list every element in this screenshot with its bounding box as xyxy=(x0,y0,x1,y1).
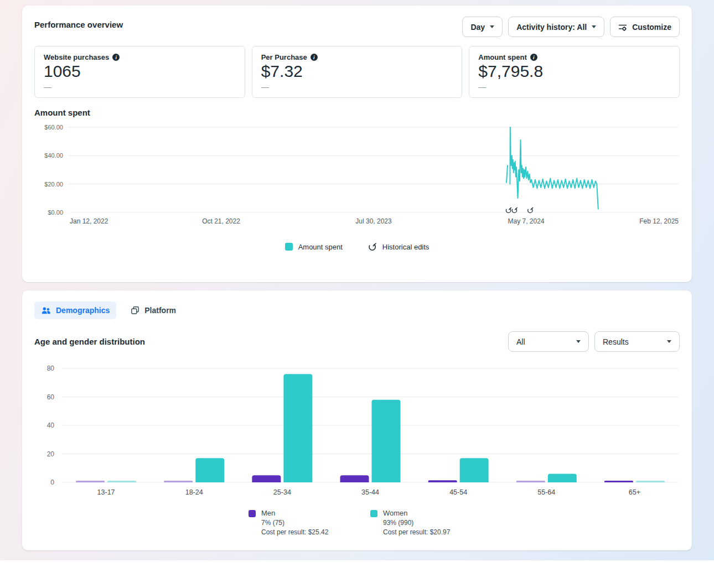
bar-men-45-54 xyxy=(428,480,457,482)
page-background: Performance overview Day Activity histor… xyxy=(0,0,714,560)
svg-text:40: 40 xyxy=(47,422,55,429)
age-gender-title: Age and gender distribution xyxy=(34,337,145,346)
metric-value: 1065 xyxy=(44,62,236,81)
legend-name: Women xyxy=(383,509,450,517)
bar-series: 13-1718-2425-3435-4445-5455-6465+ xyxy=(76,374,665,496)
metric-card-per-purchase: Per Purchase i $7.32 — xyxy=(252,46,463,98)
bar-women-55-64 xyxy=(548,474,577,482)
svg-text:0: 0 xyxy=(50,478,54,486)
breakdown-dropdown[interactable]: All xyxy=(508,331,589,352)
svg-text:$60.00: $60.00 xyxy=(44,124,63,131)
metric-dropdown-label: Results xyxy=(603,337,629,346)
bar-men-55-64 xyxy=(516,481,545,482)
metric-card-website-purchases: Website purchases i 1065 — xyxy=(34,46,245,98)
legend-name: Men xyxy=(261,509,328,517)
metric-delta: — xyxy=(44,82,236,91)
legend-item-men: Men 7% (75) Cost per result: $25.42 xyxy=(249,509,344,536)
demographics-filters: All Results xyxy=(508,331,680,352)
svg-text:45-54: 45-54 xyxy=(449,488,467,496)
metric-label: Per Purchase xyxy=(261,53,307,61)
svg-text:13-17: 13-17 xyxy=(97,488,115,496)
tab-platform[interactable]: Platform xyxy=(124,301,183,319)
performance-title: Performance overview xyxy=(34,20,123,29)
tab-label: Demographics xyxy=(56,306,110,315)
bar-chart-gridlines: 020406080 xyxy=(47,365,679,486)
info-icon[interactable]: i xyxy=(112,54,120,61)
metric-dropdown[interactable]: Results xyxy=(594,331,680,352)
legend-item-women: Women 93% (990) Cost per result: $20.97 xyxy=(370,509,465,536)
men-swatch xyxy=(249,510,256,517)
chevron-down-icon xyxy=(667,340,671,343)
historical-edit-markers[interactable] xyxy=(506,208,532,213)
people-icon xyxy=(41,306,51,315)
bar-women-13-17 xyxy=(107,481,136,482)
bar-men-18-24 xyxy=(164,481,193,482)
svg-text:$0.00: $0.00 xyxy=(48,209,63,216)
amount-spent-chart-title: Amount spent xyxy=(34,108,680,117)
metric-label: Amount spent xyxy=(478,53,526,61)
bar-women-18-24 xyxy=(195,458,224,482)
svg-text:25-34: 25-34 xyxy=(273,488,291,496)
line-chart-gridlines: $0.00$20.00$40.00$60.00 xyxy=(44,124,679,216)
info-icon[interactable]: i xyxy=(311,54,318,61)
svg-text:35-44: 35-44 xyxy=(361,488,379,496)
amount-spent-series xyxy=(506,127,598,209)
amount-spent-swatch xyxy=(285,243,293,251)
svg-text:18-24: 18-24 xyxy=(185,488,203,496)
svg-text:$40.00: $40.00 xyxy=(44,152,63,159)
legend-item-historical-edits: Historical edits xyxy=(368,242,430,251)
age-gender-bar-chart: 02040608013-1718-2425-3435-4445-5455-646… xyxy=(34,362,680,503)
bar-women-25-34 xyxy=(283,374,312,482)
metric-delta: — xyxy=(261,82,453,91)
breakdown-tabs: Demographics Platform xyxy=(34,301,680,319)
demographics-header: Age and gender distribution All Results xyxy=(34,331,680,352)
bar-chart-legend: Men 7% (75) Cost per result: $25.42 Wome… xyxy=(34,509,680,536)
bar-men-25-34 xyxy=(252,475,281,482)
svg-text:55-64: 55-64 xyxy=(537,488,555,496)
bar-men-35-44 xyxy=(340,475,369,482)
day-dropdown-label: Day xyxy=(470,23,485,32)
tab-demographics[interactable]: Demographics xyxy=(34,301,116,319)
metric-cards-row: Website purchases i 1065 — Per Purchase … xyxy=(34,46,680,98)
chevron-down-icon xyxy=(490,25,494,28)
metric-label: Website purchases xyxy=(44,53,109,61)
legend-cost: Cost per result: $20.97 xyxy=(383,528,450,536)
performance-controls: Day Activity history: All xyxy=(462,17,680,37)
metric-delta: — xyxy=(478,82,670,91)
activity-history-label: Activity history: All xyxy=(516,23,587,32)
svg-text:20: 20 xyxy=(47,450,55,458)
layers-icon xyxy=(131,306,139,315)
women-swatch xyxy=(370,510,377,517)
legend-item-amount-spent: Amount spent xyxy=(285,243,343,251)
chevron-down-icon xyxy=(576,340,581,343)
svg-text:Oct 21, 2022: Oct 21, 2022 xyxy=(202,217,240,225)
svg-text:65+: 65+ xyxy=(629,488,640,496)
metric-value: $7.32 xyxy=(261,62,453,81)
svg-text:Jan 12, 2022: Jan 12, 2022 xyxy=(70,217,108,225)
breakdown-dropdown-label: All xyxy=(516,337,525,346)
tab-label: Platform xyxy=(144,306,176,315)
historical-edits-icon xyxy=(368,242,377,251)
performance-overview-card: Performance overview Day Activity histor… xyxy=(22,6,692,282)
legend-label: Historical edits xyxy=(382,243,430,251)
chevron-down-icon xyxy=(592,25,596,28)
amount-spent-line-chart: $0.00$20.00$40.00$60.00Jan 12, 2022Oct 2… xyxy=(34,119,680,236)
bar-chart-svg: 02040608013-1718-2425-3435-4445-5455-646… xyxy=(34,362,680,501)
info-icon[interactable]: i xyxy=(530,54,537,61)
legend-share: 7% (75) xyxy=(261,519,328,527)
line-chart-x-axis: Jan 12, 2022Oct 21, 2022Jul 30, 2023May … xyxy=(70,217,679,225)
svg-text:60: 60 xyxy=(47,393,55,401)
legend-share: 93% (990) xyxy=(383,519,450,527)
svg-text:Jul 30, 2023: Jul 30, 2023 xyxy=(355,217,392,225)
svg-text:80: 80 xyxy=(47,365,55,372)
bar-women-45-54 xyxy=(460,458,489,482)
customize-label: Customize xyxy=(632,23,671,32)
bar-women-35-44 xyxy=(372,400,401,482)
day-dropdown[interactable]: Day xyxy=(462,17,503,37)
bar-men-65+ xyxy=(604,481,633,482)
activity-history-dropdown[interactable]: Activity history: All xyxy=(508,17,604,37)
legend-cost: Cost per result: $25.42 xyxy=(261,528,328,536)
customize-button[interactable]: Customize xyxy=(610,17,680,37)
bar-women-65+ xyxy=(636,481,665,482)
customize-sliders-icon xyxy=(618,23,627,32)
